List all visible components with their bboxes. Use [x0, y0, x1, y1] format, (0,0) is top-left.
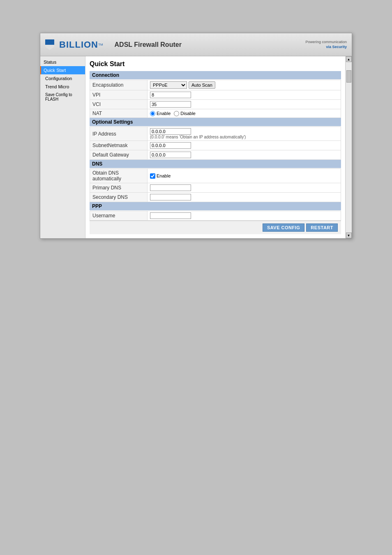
- secondary-dns-input[interactable]: [150, 194, 191, 200]
- powering-text: Powering communication via Security: [305, 40, 347, 49]
- table-row: IP Address (0.0.0.0' means 'Obtain an IP…: [90, 127, 341, 141]
- subnet-input[interactable]: [150, 142, 191, 149]
- ip-address-note: (0.0.0.0' means 'Obtain an IP address au…: [150, 135, 338, 139]
- browser-window: BILLIONTM ADSL Firewall Router Powering …: [40, 33, 352, 239]
- content-area: Quick Start Connection Encapsulation PPP…: [85, 56, 345, 238]
- optional-table: IP Address (0.0.0.0' means 'Obtain an IP…: [90, 127, 341, 160]
- footer-buttons: SAVE CONFIG RESTART: [90, 221, 341, 234]
- table-row: Default Gateway: [90, 150, 341, 160]
- sidebar-item-trend-micro[interactable]: Trend Micro: [40, 83, 85, 91]
- scroll-track: [346, 62, 352, 233]
- nat-disable-radio[interactable]: [174, 111, 179, 116]
- encapsulation-select[interactable]: PPPoE PPPoA RFC 1483 IPoA: [150, 81, 187, 89]
- vci-input[interactable]: [150, 101, 191, 108]
- ppp-table: Username: [90, 211, 341, 221]
- vpi-input[interactable]: [150, 92, 191, 98]
- vpi-label: VPI: [90, 90, 148, 100]
- nat-enable-label: Enable: [150, 111, 171, 116]
- default-gateway-label: Default Gateway: [90, 150, 148, 160]
- table-row: Primary DNS: [90, 183, 341, 193]
- restart-button[interactable]: RESTART: [306, 223, 338, 232]
- page-title: Quick Start: [90, 60, 341, 68]
- table-row: Secondary DNS: [90, 193, 341, 202]
- table-row: VCI: [90, 100, 341, 109]
- table-row: NAT Enable Disable: [90, 109, 341, 118]
- section-connection-header: Connection: [90, 71, 341, 79]
- username-input[interactable]: [150, 212, 191, 219]
- scroll-thumb[interactable]: [346, 70, 351, 83]
- connection-table: Encapsulation PPPoE PPPoA RFC 1483 IPoA …: [90, 80, 341, 118]
- primary-dns-input[interactable]: [150, 184, 191, 191]
- table-row: SubnetNetmask: [90, 141, 341, 150]
- logo-area: BILLIONTM ADSL Firewall Router: [45, 39, 182, 50]
- scroll-up-button[interactable]: ▲: [346, 56, 352, 62]
- table-row: Username: [90, 211, 341, 221]
- table-row: Obtain DNS automatically Enable: [90, 169, 341, 183]
- table-row: VPI: [90, 90, 341, 100]
- table-row: Encapsulation PPPoE PPPoA RFC 1483 IPoA …: [90, 80, 341, 90]
- obtain-dns-label: Obtain DNS automatically: [90, 169, 148, 183]
- sidebar-item-status[interactable]: Status: [40, 58, 85, 66]
- auto-scan-button[interactable]: Auto Scan: [189, 81, 215, 89]
- vci-label: VCI: [90, 100, 148, 109]
- nat-radio-group: Enable Disable: [150, 111, 338, 116]
- sidebar-item-configuration[interactable]: Configuration: [40, 74, 85, 83]
- save-config-button[interactable]: SAVE CONFIG: [263, 223, 304, 232]
- obtain-dns-checkbox[interactable]: [150, 173, 155, 179]
- ip-address-input[interactable]: [150, 128, 191, 135]
- username-label: Username: [90, 211, 148, 221]
- dns-table: Obtain DNS automatically Enable Primary …: [90, 168, 341, 202]
- scroll-down-button[interactable]: ▼: [346, 233, 352, 238]
- header: BILLIONTM ADSL Firewall Router Powering …: [40, 33, 352, 56]
- sidebar-item-quick-start[interactable]: Quick Start: [40, 66, 85, 74]
- ip-address-label: IP Address: [90, 127, 148, 141]
- sidebar: Status Quick Start Configuration Trend M…: [40, 56, 85, 238]
- section-optional-header: Optional Settings: [90, 118, 341, 126]
- logo-flag-icon: [45, 39, 54, 50]
- obtain-dns-checkbox-label: Enable: [150, 173, 338, 179]
- primary-dns-label: Primary DNS: [90, 183, 148, 193]
- product-title: ADSL Firewall Router: [115, 41, 182, 48]
- sidebar-item-save-config[interactable]: Save Config to FLASH: [40, 91, 85, 103]
- nat-enable-radio[interactable]: [150, 111, 155, 116]
- logo-text: BILLIONTM: [59, 39, 103, 50]
- encapsulation-row: PPPoE PPPoA RFC 1483 IPoA Auto Scan: [150, 81, 338, 89]
- section-ppp-header: PPP: [90, 202, 341, 210]
- encapsulation-label: Encapsulation: [90, 80, 148, 90]
- subnet-label: SubnetNetmask: [90, 141, 148, 150]
- secondary-dns-label: Secondary DNS: [90, 193, 148, 202]
- section-dns-header: DNS: [90, 160, 341, 168]
- nat-label: NAT: [90, 109, 148, 118]
- default-gateway-input[interactable]: [150, 152, 191, 158]
- nat-disable-label: Disable: [174, 111, 196, 116]
- scrollbar: ▲ ▼: [345, 56, 352, 238]
